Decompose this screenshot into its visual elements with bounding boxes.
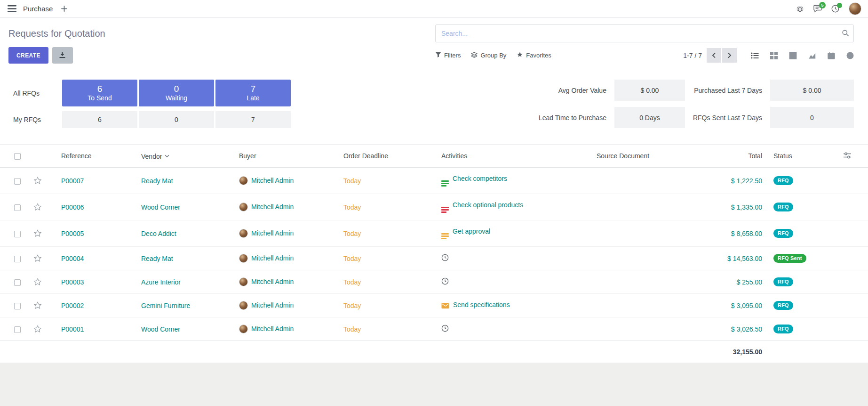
- buyer-link[interactable]: Mitchell Admin: [251, 229, 294, 237]
- activity-link[interactable]: Send specifications: [453, 301, 510, 309]
- vendor-link[interactable]: Ready Mat: [141, 177, 173, 185]
- table-row[interactable]: P00002 Gemini Furniture Mitchell Admin T…: [0, 294, 868, 317]
- activity-link[interactable]: Check competitors: [453, 175, 507, 182]
- rfq-reference-link[interactable]: P00007: [61, 177, 84, 185]
- export-button[interactable]: [52, 47, 73, 64]
- favorite-star-icon[interactable]: [33, 277, 42, 286]
- rfq-reference-link[interactable]: P00002: [61, 302, 84, 309]
- pivot-view-icon[interactable]: [789, 52, 797, 59]
- buyer-link[interactable]: Mitchell Admin: [251, 203, 294, 211]
- schedule-activity-clock-icon[interactable]: [441, 326, 449, 333]
- vendor-link[interactable]: Gemini Furniture: [141, 302, 190, 309]
- debug-bug-icon[interactable]: [796, 5, 804, 13]
- my-waiting[interactable]: 0: [139, 111, 214, 128]
- activity-tasks-icon[interactable]: [441, 207, 449, 213]
- user-menu[interactable]: [849, 2, 861, 15]
- messages-icon[interactable]: 5: [813, 5, 822, 13]
- vendor-link[interactable]: Wood Corner: [141, 325, 180, 333]
- buyer-link[interactable]: Mitchell Admin: [251, 278, 294, 285]
- activity-view-icon[interactable]: [846, 52, 854, 59]
- calendar-view-icon[interactable]: [828, 52, 835, 59]
- search-input[interactable]: [435, 24, 854, 42]
- favorite-star-icon[interactable]: [33, 229, 42, 238]
- vendor-link[interactable]: Wood Corner: [141, 203, 180, 211]
- my-late[interactable]: 7: [215, 111, 291, 128]
- buyer-link[interactable]: Mitchell Admin: [251, 177, 294, 184]
- favorite-star-icon[interactable]: [33, 325, 42, 333]
- group-by-button[interactable]: Group By: [471, 52, 506, 59]
- pager-next-button[interactable]: [722, 48, 737, 63]
- plus-icon[interactable]: [61, 6, 67, 12]
- favorite-star-icon[interactable]: [33, 176, 42, 185]
- search-icon[interactable]: [842, 29, 849, 38]
- row-checkbox[interactable]: [14, 178, 21, 185]
- my-to-send[interactable]: 6: [62, 111, 137, 128]
- favorite-star-icon[interactable]: [33, 301, 42, 310]
- column-header-vendor[interactable]: Vendor: [135, 145, 233, 168]
- kpi-late[interactable]: 7 Late: [215, 80, 291, 106]
- kpi-waiting[interactable]: 0 Waiting: [139, 80, 214, 106]
- pager-previous-button[interactable]: [707, 48, 721, 63]
- activity-tasks-icon[interactable]: [441, 180, 449, 187]
- table-row[interactable]: P00006 Wood Corner Mitchell Admin Today …: [0, 194, 868, 220]
- select-all-checkbox[interactable]: [14, 153, 21, 160]
- row-checkbox[interactable]: [14, 256, 21, 262]
- schedule-activity-clock-icon[interactable]: [441, 255, 449, 263]
- kpi-to-send[interactable]: 6 To Send: [62, 80, 137, 106]
- table-row[interactable]: P00004 Ready Mat Mitchell Admin Today $ …: [0, 247, 868, 270]
- app-name[interactable]: Purchase: [23, 5, 53, 13]
- column-header-order-deadline[interactable]: Order Deadline: [338, 145, 436, 168]
- buyer-link[interactable]: Mitchell Admin: [251, 301, 294, 309]
- buyer-link[interactable]: Mitchell Admin: [251, 325, 294, 333]
- favorites-button[interactable]: Favorites: [517, 51, 551, 59]
- favorite-star-icon[interactable]: [33, 254, 42, 263]
- activity-link[interactable]: Check optional products: [453, 201, 523, 209]
- kanban-view-icon[interactable]: [770, 52, 778, 59]
- column-header-status[interactable]: Status: [768, 145, 819, 168]
- status-badge: RFQ: [773, 277, 793, 286]
- list-view-icon[interactable]: [751, 52, 759, 59]
- rfq-reference-link[interactable]: P00004: [61, 255, 84, 262]
- row-checkbox[interactable]: [14, 204, 21, 211]
- buyer-avatar: [239, 254, 248, 263]
- column-header-buyer[interactable]: Buyer: [233, 145, 338, 168]
- total-amount: $ 3,095.00: [731, 302, 762, 309]
- activities-clock-icon[interactable]: [831, 5, 839, 13]
- row-checkbox[interactable]: [14, 231, 21, 237]
- row-checkbox[interactable]: [14, 303, 21, 309]
- optional-columns-icon[interactable]: [844, 153, 851, 160]
- filters-button[interactable]: Filters: [435, 52, 461, 59]
- favorite-star-icon[interactable]: [33, 203, 42, 211]
- view-switcher: [751, 52, 854, 59]
- row-checkbox[interactable]: [14, 326, 21, 333]
- buyer-link[interactable]: Mitchell Admin: [251, 254, 294, 262]
- apps-menu-icon[interactable]: [8, 5, 16, 12]
- row-checkbox[interactable]: [14, 279, 21, 286]
- activities-badge-dot: [837, 3, 842, 8]
- schedule-activity-clock-icon[interactable]: [441, 279, 449, 286]
- column-header-activities[interactable]: Activities: [436, 145, 591, 168]
- table-row[interactable]: P00005 Deco Addict Mitchell Admin Today …: [0, 220, 868, 247]
- activity-envelope-icon[interactable]: [441, 302, 449, 310]
- rfq-reference-link[interactable]: P00006: [61, 203, 84, 211]
- column-header-source-document[interactable]: Source Document: [591, 145, 692, 168]
- rfq-reference-link[interactable]: P00003: [61, 278, 84, 286]
- activity-tasks-icon[interactable]: [441, 233, 449, 239]
- rfq-reference-link[interactable]: P00001: [61, 325, 84, 333]
- column-header-total[interactable]: Total: [692, 145, 768, 168]
- table-row[interactable]: P00003 Azure Interior Mitchell Admin Tod…: [0, 270, 868, 294]
- graph-view-icon[interactable]: [808, 52, 816, 59]
- vendor-link[interactable]: Ready Mat: [141, 255, 173, 262]
- vendor-link[interactable]: Deco Addict: [141, 230, 176, 237]
- kpi-waiting-count: 0: [174, 84, 179, 94]
- purchased-last-7-days-label: Purchased Last 7 Days: [693, 87, 762, 94]
- top-navbar: Purchase 5: [0, 0, 868, 18]
- rfq-reference-link[interactable]: P00005: [61, 230, 84, 237]
- create-button[interactable]: CREATE: [8, 47, 48, 64]
- activity-link[interactable]: Get approval: [453, 227, 490, 235]
- vendor-link[interactable]: Azure Interior: [141, 278, 181, 286]
- table-row[interactable]: P00007 Ready Mat Mitchell Admin Today Ch…: [0, 168, 868, 194]
- kpi-to-send-label: To Send: [88, 94, 111, 102]
- column-header-reference[interactable]: Reference: [56, 145, 135, 168]
- table-row[interactable]: P00001 Wood Corner Mitchell Admin Today …: [0, 317, 868, 341]
